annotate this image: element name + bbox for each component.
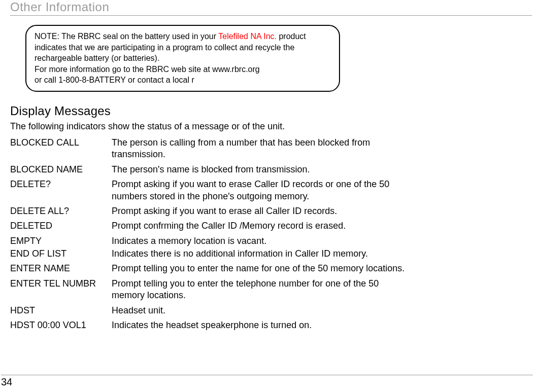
msg-term: DELETE? [10,179,112,202]
note-box: NOTE: The RBRC seal on the battery used … [25,25,340,92]
msg-desc: The person's name is blocked from transm… [112,164,310,175]
msg-term: HDST 00:00 VOL1 [10,319,112,331]
msg-desc: Indicates a memory location is vacant. [112,235,266,247]
msg-term: BLOCKED NAME [10,164,112,175]
intro-text: The following indicators show the status… [10,121,532,132]
msg-term: ENTER NAME [10,263,112,274]
msg-desc: The person is calling from a number that… [112,137,406,161]
msg-desc: Prompt asking if you want to erase all C… [112,205,337,217]
msg-term: ENTER TEL NUMBR [10,278,112,302]
note-line-1: NOTE: The RBRC seal on the battery used … [35,31,331,42]
table-row: DELETE? Prompt asking if you want to era… [10,179,532,202]
note-text-1a: NOTE: The RBRC seal on the battery used … [35,32,218,41]
note-line-4: For more information go to the RBRC web … [35,64,331,75]
table-row: END OF LIST Indicates there is no additi… [10,248,532,260]
messages-table: BLOCKED CALL The person is calling from … [10,137,532,331]
note-line-5: or call 1-800-8-BATTERY or contact a loc… [35,75,331,86]
msg-desc: Indicates the headset speakerphone is tu… [112,319,312,331]
table-row: HDST Headset unit. [10,305,532,316]
table-row: DELETED Prompt confrming the Caller ID /… [10,220,532,232]
msg-term: END OF LIST [10,248,112,260]
table-row: EMPTY Indicates a memory location is vac… [10,235,532,247]
msg-term: EMPTY [10,235,112,247]
msg-desc: Indicates there is no additional informa… [112,248,368,260]
table-row: ENTER NAME Prompt telling you to enter t… [10,263,532,274]
section-header: Other Information [10,0,532,16]
table-row: ENTER TEL NUMBR Prompt telling you to en… [10,278,532,302]
msg-desc: Prompt telling you to enter the telephon… [112,278,406,302]
table-row: BLOCKED NAME The person's name is blocke… [10,164,532,175]
msg-desc: Headset unit. [112,305,165,316]
note-line-3: rechargeable battery (or batteries). [35,53,331,64]
table-row: BLOCKED CALL The person is calling from … [10,137,532,161]
table-row: DELETE ALL? Prompt asking if you want to… [10,205,532,217]
subheading-display-messages: Display Messages [10,104,532,118]
table-row: HDST 00:00 VOL1 Indicates the headset sp… [10,319,532,331]
note-text-1c: product [277,32,306,41]
note-highlight: Telefiled NA Inc. [218,32,277,41]
note-line-2: indicates that we are participating in a… [35,42,331,53]
msg-term: DELETE ALL? [10,205,112,217]
msg-term: BLOCKED CALL [10,137,112,161]
msg-desc: Prompt asking if you want to erase Calle… [112,179,406,202]
msg-desc: Prompt confrming the Caller ID /Memory r… [112,220,346,232]
msg-desc: Prompt telling you to enter the name for… [112,263,404,274]
page-number: 34 [1,375,533,388]
msg-term: HDST [10,305,112,316]
msg-term: DELETED [10,220,112,232]
